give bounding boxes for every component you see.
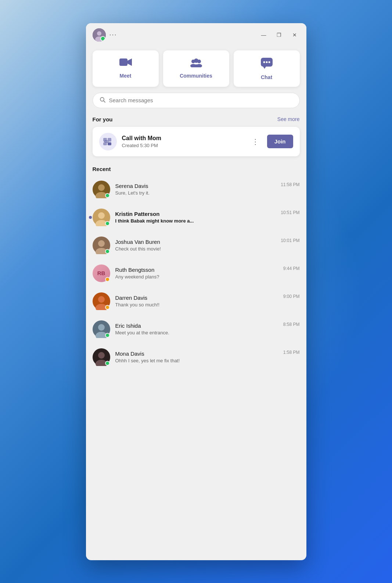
avatar [93,181,110,198]
chat-preview: Thank you so much!! [115,302,278,308]
search-bar[interactable] [93,93,300,108]
status-dot [105,361,110,366]
svg-rect-22 [105,141,107,142]
avatar [93,320,110,338]
status-dot [105,249,110,254]
svg-point-36 [98,324,105,331]
chat-time: 1:58 PM [283,350,300,355]
avatar [93,292,110,310]
call-more-options[interactable]: ⋮ [249,136,262,147]
meet-icon [119,57,132,70]
chat-content: Mona Davis Ohhh I see, yes let me fix th… [115,351,278,363]
svg-point-24 [98,184,105,191]
chat-name: Joshua Van Buren [115,239,276,245]
meet-label: Meet [120,73,132,79]
chat-item[interactable]: Joshua Van Buren Check out this movie! 1… [86,231,306,259]
chat-time: 8:58 PM [283,322,300,327]
communities-button[interactable]: Communities [163,50,229,87]
chat-preview: Any weekend plans? [115,274,278,280]
avatar [93,209,110,226]
chat-preview: Sure, Let's try it. [115,190,276,196]
chat-content: Ruth Bengtsson Any weekend plans? [115,267,278,280]
chat-list: Serena Davis Sure, Let's try it. 11:58 P… [86,175,306,371]
status-dot [105,277,110,282]
call-info: Call with Mom Created 5:30 PM [122,135,244,148]
svg-point-27 [98,212,105,219]
recent-header: Recent [86,162,306,175]
chat-preview: Ohhh I see, yes let me fix that! [115,358,278,363]
chat-name: Mona Davis [115,351,278,357]
chat-item[interactable]: Eric Ishida Meet you at the entrance. 8:… [86,315,306,343]
chat-item[interactable]: Serena Davis Sure, Let's try it. 11:58 P… [86,175,306,203]
chat-content: Eric Ishida Meet you at the entrance. [115,323,278,335]
user-avatar[interactable] [93,28,106,42]
chat-content: Darren Davis Thank you so much!! [115,295,278,308]
chat-preview: Check out this movie! [115,246,276,252]
chat-time: 10:51 PM [281,210,299,215]
app-window: ··· — ❐ ✕ Meet [86,23,306,560]
title-bar: ··· — ❐ ✕ [86,23,306,47]
svg-rect-20 [103,142,107,145]
status-dot [105,333,110,338]
avatar [93,348,110,366]
chat-label: Chat [261,74,272,80]
svg-marker-4 [127,58,132,66]
svg-point-1 [97,31,101,36]
chat-name: Serena Davis [115,183,276,189]
svg-point-13 [263,61,265,63]
join-button[interactable]: Join [267,135,293,148]
svg-point-7 [194,58,198,63]
avatar: RB [93,264,110,282]
meet-button[interactable]: Meet [93,50,159,87]
call-icon [99,133,117,150]
more-options-dots[interactable]: ··· [109,31,117,39]
chat-item[interactable]: Darren Davis Thank you so much!! 9:00 PM [86,287,306,315]
call-title: Call with Mom [122,135,244,142]
foryou-header: For you See more [86,114,306,127]
svg-rect-21 [108,142,111,145]
call-card: Call with Mom Created 5:30 PM ⋮ Join [93,127,300,156]
chat-item[interactable]: Kristin Patterson I think Babak might kn… [86,203,306,231]
svg-point-39 [98,352,105,359]
chat-time: 11:58 PM [281,182,299,187]
search-icon [100,97,105,104]
status-dot [105,305,110,310]
search-section [86,93,306,114]
svg-point-14 [266,61,267,63]
svg-line-17 [104,101,105,102]
chat-icon [260,57,273,71]
chat-item[interactable]: Mona Davis Ohhh I see, yes let me fix th… [86,343,306,371]
svg-marker-12 [263,67,266,69]
chat-name: Darren Davis [115,295,278,301]
svg-point-30 [98,240,105,247]
close-button[interactable]: ✕ [289,30,300,40]
svg-point-33 [98,296,105,303]
avatar [93,237,110,254]
unread-dot [89,216,92,219]
status-dot [105,193,110,198]
restore-button[interactable]: ❐ [274,30,284,40]
svg-rect-3 [119,58,127,66]
chat-preview: I think Babak might know more a... [115,218,276,224]
chat-content: Joshua Van Buren Check out this movie! [115,239,276,252]
minimize-button[interactable]: — [259,30,269,40]
status-dot [105,221,110,226]
chat-time: 10:01 PM [281,238,299,243]
chat-content: Kristin Patterson I think Babak might kn… [115,211,276,224]
chat-name: Kristin Patterson [115,211,276,217]
communities-label: Communities [180,73,212,79]
search-input[interactable] [109,97,293,103]
foryou-title: For you [93,116,113,122]
avatar-image [93,28,106,42]
chat-item[interactable]: RB Ruth Bengtsson Any weekend plans? 9:4… [86,259,306,287]
chat-name: Eric Ishida [115,323,278,329]
chat-preview: Meet you at the entrance. [115,330,278,335]
chat-name: Ruth Bengtsson [115,267,278,273]
call-subtitle: Created 5:30 PM [122,143,244,148]
chat-time: 9:00 PM [283,294,300,299]
chat-button[interactable]: Chat [234,50,300,87]
recent-title: Recent [93,166,111,172]
nav-section: Meet Communities [86,47,306,93]
svg-point-15 [268,61,270,63]
see-more-link[interactable]: See more [277,116,300,122]
